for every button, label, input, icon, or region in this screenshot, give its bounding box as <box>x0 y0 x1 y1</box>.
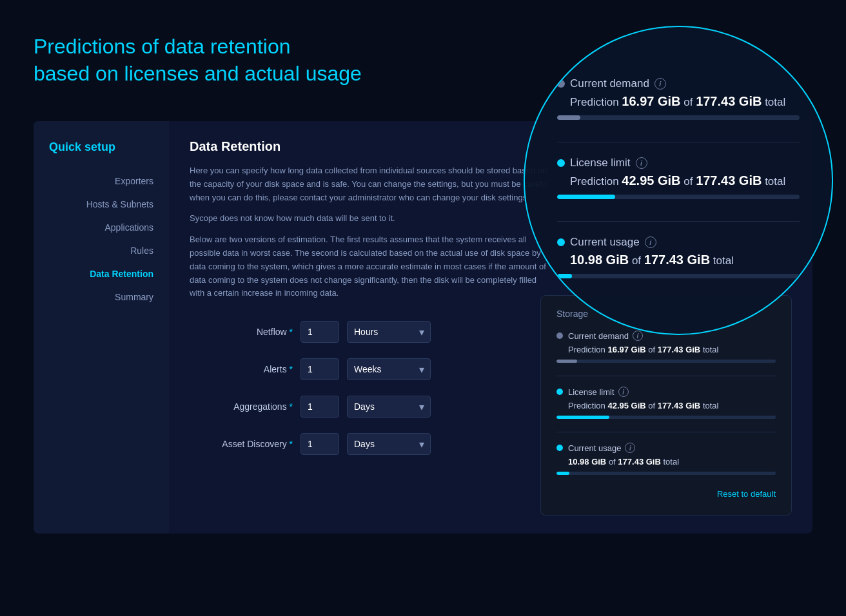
netflow-input[interactable] <box>300 321 339 343</box>
usage-header: Current usage i <box>556 443 776 453</box>
demand-dot <box>556 332 563 339</box>
license-label: License limit i <box>568 387 629 397</box>
storage-item-license: License limit i Prediction 42.95 GiB of … <box>556 387 776 419</box>
usage-progress-fill <box>556 472 569 475</box>
usage-label: Current usage i <box>568 443 635 453</box>
aggregations-input[interactable] <box>300 396 339 418</box>
zoom-license-dot <box>557 159 565 167</box>
zoom-section-license: License limit i Prediction 42.95 GiB of … <box>557 157 800 199</box>
zoom-license-label: License limit i <box>570 157 647 169</box>
license-progress-fill <box>556 416 609 419</box>
zoom-usage-header: Current usage i <box>557 236 800 249</box>
zoom-demand-value: Prediction 16.97 GiB of 177.43 GiB total <box>557 94 800 109</box>
usage-progress-bg <box>556 472 776 475</box>
content-desc-3: Below are two versions of estimation. Th… <box>190 233 551 300</box>
zoom-demand-progress-fill <box>557 115 580 120</box>
aggregations-select-wrapper: Hours Days Weeks Months <box>347 396 431 418</box>
sidebar-item-rules[interactable]: Rules <box>34 239 169 262</box>
alerts-select[interactable]: Hours Days Weeks Months <box>347 358 431 380</box>
form-label-aggregations: Aggregations * <box>190 401 293 412</box>
license-dot <box>556 389 563 395</box>
zoom-license-header: License limit i <box>557 157 800 169</box>
asset-discovery-select-wrapper: Hours Days Weeks Months <box>347 433 431 455</box>
asset-discovery-input[interactable] <box>300 433 339 455</box>
alerts-input[interactable] <box>300 358 339 380</box>
sidebar: Quick setup Exporters Hosts & Subnets Ap… <box>34 121 169 534</box>
storage-item-demand: Current demand i Prediction 16.97 GiB of… <box>556 331 776 363</box>
zoom-license-info-icon[interactable]: i <box>636 157 647 169</box>
asset-discovery-select[interactable]: Hours Days Weeks Months <box>347 433 431 455</box>
zoom-demand-header: Current demand i <box>557 77 800 90</box>
demand-progress-bg <box>556 360 776 363</box>
netflow-select-wrapper: Hours Days Weeks Months <box>347 321 431 343</box>
zoom-divider-1 <box>557 142 800 142</box>
zoom-usage-info-icon[interactable]: i <box>645 236 656 248</box>
form-label-alerts: Alerts * <box>190 364 293 374</box>
content-desc-1: Here you can specify how long data colle… <box>190 164 551 204</box>
zoom-usage-progress-fill <box>557 274 572 278</box>
zoom-divider-2 <box>557 221 800 222</box>
divider-2 <box>556 432 776 432</box>
reset-link[interactable]: Reset to default <box>556 488 776 499</box>
zoom-usage-progress-bg <box>557 274 800 278</box>
content-desc-2: Sycope does not know how much data will … <box>190 212 551 226</box>
sidebar-item-summary[interactable]: Summary <box>34 285 169 309</box>
usage-info-icon[interactable]: i <box>625 443 635 453</box>
form-label-netflow: Netflow * <box>190 327 293 337</box>
zoom-demand-progress-bg <box>557 115 800 120</box>
demand-label: Current demand i <box>568 331 643 341</box>
form-label-asset-discovery: Asset Discovery * <box>190 439 293 449</box>
zoom-demand-info-icon[interactable]: i <box>654 78 666 90</box>
reset-to-default-link[interactable]: Reset to default <box>717 489 776 499</box>
license-header: License limit i <box>556 387 776 397</box>
zoom-usage-dot <box>557 238 565 246</box>
demand-progress-fill <box>556 360 577 363</box>
zoom-section-usage: Current usage i 10.98 GiB of 177.43 GiB … <box>557 236 800 278</box>
sidebar-item-applications[interactable]: Applications <box>34 216 169 239</box>
sidebar-title: Quick setup <box>34 134 169 169</box>
demand-value: Prediction 16.97 GiB of 177.43 GiB total <box>556 345 776 354</box>
zoom-license-progress-bg <box>557 195 800 199</box>
license-info-icon[interactable]: i <box>618 387 629 397</box>
sidebar-item-exporters[interactable]: Exporters <box>34 169 169 193</box>
sidebar-item-hosts[interactable]: Hosts & Subnets <box>34 193 169 216</box>
license-value: Prediction 42.95 GiB of 177.43 GiB total <box>556 401 776 410</box>
alerts-select-wrapper: Hours Days Weeks Months <box>347 358 431 380</box>
sidebar-item-data-retention[interactable]: Data Retention <box>34 262 169 285</box>
license-progress-bg <box>556 416 776 419</box>
zoom-usage-label: Current usage i <box>570 236 656 249</box>
demand-info-icon[interactable]: i <box>633 331 643 341</box>
zoom-demand-dot <box>557 80 565 88</box>
page-title: Predictions of data retention based on l… <box>34 34 362 87</box>
divider-1 <box>556 376 776 376</box>
zoom-license-progress-fill <box>557 195 615 199</box>
zoom-section-demand: Current demand i Prediction 16.97 GiB of… <box>557 77 800 120</box>
usage-dot <box>556 445 563 451</box>
zoom-usage-value: 10.98 GiB of 177.43 GiB total <box>557 253 800 267</box>
usage-value: 10.98 GiB of 177.43 GiB total <box>556 457 776 467</box>
zoom-license-value: Prediction 42.95 GiB of 177.43 GiB total <box>557 173 800 188</box>
zoom-demand-label: Current demand i <box>570 77 666 90</box>
netflow-select[interactable]: Hours Days Weeks Months <box>347 321 431 343</box>
zoom-label-top: ge <box>557 64 800 73</box>
zoom-circle: ge Current demand i Prediction 16.97 GiB… <box>524 26 833 335</box>
storage-item-usage: Current usage i 10.98 GiB of 177.43 GiB … <box>556 443 776 475</box>
aggregations-select[interactable]: Hours Days Weeks Months <box>347 396 431 418</box>
